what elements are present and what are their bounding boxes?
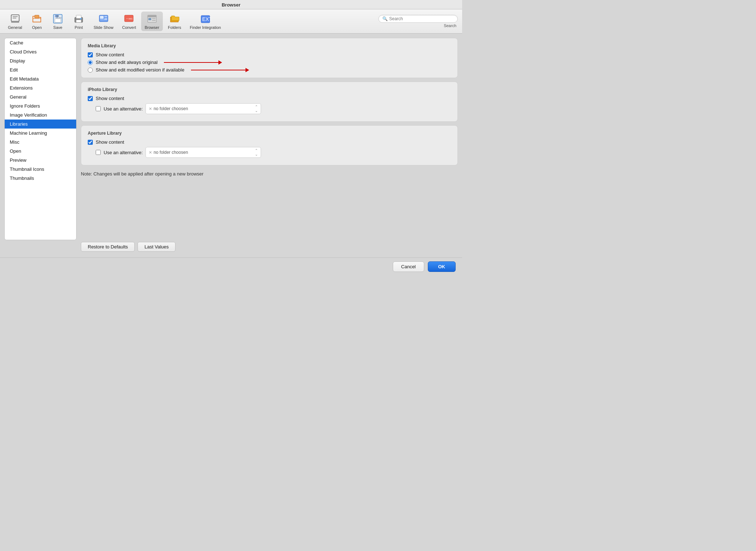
search-input[interactable] (389, 16, 454, 21)
content-panel: Media Library Show content Show and edit… (81, 38, 458, 253)
toolbar-item-folders[interactable]: Folders (164, 12, 185, 31)
aperture-use-alternative-row: Use an alternative: ✕ no folder choosen … (96, 147, 451, 158)
svg-text:IMG: IMG (129, 18, 133, 20)
iphoto-use-alternative-checkbox[interactable] (96, 106, 101, 111)
sidebar-item-thumbnails[interactable]: Thumbnails (5, 174, 76, 183)
sidebar-item-misc[interactable]: Misc (5, 138, 76, 147)
search-label: Search (444, 23, 458, 28)
svg-text:↔: ↔ (126, 17, 129, 20)
iphoto-folder-select[interactable]: ✕ no folder choosen ⌃⌄ (145, 103, 261, 114)
iphoto-folder-placeholder: no folder choosen (153, 106, 188, 111)
iphoto-folder-chevron: ⌃⌄ (255, 105, 258, 113)
toolbar-label-save: Save (53, 25, 62, 30)
aperture-folder-select[interactable]: ✕ no folder choosen ⌃⌄ (145, 147, 261, 158)
aperture-folder-placeholder: no folder choosen (153, 150, 188, 155)
sidebar-item-open[interactable]: Open (5, 147, 76, 156)
toolbar-items: General Open TIFF JPG PNG (4, 12, 378, 31)
toolbar-label-slideshow: Slide Show (94, 25, 113, 30)
toolbar-item-general[interactable]: General (4, 12, 26, 31)
open-icon (31, 13, 43, 25)
toolbar-item-finder[interactable]: EXT Finder Integration (186, 12, 225, 31)
svg-rect-15 (100, 16, 104, 19)
last-values-button[interactable]: Last Values (138, 242, 175, 252)
toolbar-item-browser[interactable]: Browser (141, 12, 163, 31)
footer: Cancel OK (0, 257, 462, 276)
media-library-title: Media Library (88, 43, 451, 48)
aperture-use-alternative-label: Use an alternative: (104, 150, 143, 155)
sidebar-item-libraries[interactable]: Libraries (5, 120, 76, 129)
toolbar-label-finder: Finder Integration (190, 25, 221, 30)
svg-point-13 (80, 18, 82, 19)
restore-defaults-button[interactable]: Restore to Defaults (81, 242, 135, 252)
sidebar-item-machine-learning[interactable]: Machine Learning (5, 129, 76, 138)
media-show-edit-original-label: Show and edit always original (96, 60, 157, 65)
aperture-show-content-label: Show content (96, 139, 124, 145)
svg-rect-17 (104, 18, 107, 19)
sidebar-item-image-verification[interactable]: Image Verification (5, 110, 76, 120)
iphoto-library-title: iPhoto Library (88, 87, 451, 92)
media-show-edit-original-radio[interactable] (88, 60, 93, 65)
sidebar-item-cache[interactable]: Cache (5, 38, 76, 47)
sidebar-item-general[interactable]: General (5, 92, 76, 101)
media-show-edit-modified-radio[interactable] (88, 68, 93, 73)
media-show-content-checkbox[interactable] (88, 52, 93, 57)
sidebar-item-extensions[interactable]: Extensions (5, 83, 76, 92)
toolbar-label-open: Open (32, 25, 42, 30)
sidebar-item-edit-metadata[interactable]: Edit Metadata (5, 74, 76, 83)
media-show-edit-original-row: Show and edit always original (88, 60, 451, 65)
toolbar-label-convert: Convert (122, 25, 136, 30)
media-show-content-row: Show content (88, 52, 451, 57)
iphoto-show-content-checkbox[interactable] (88, 96, 93, 101)
svg-rect-16 (104, 16, 107, 17)
iphoto-show-content-label: Show content (96, 96, 124, 101)
svg-rect-24 (148, 18, 151, 20)
window-title: Browser (222, 2, 240, 8)
toolbar-item-print[interactable]: Print (69, 12, 88, 31)
sidebar-item-ignore-folders[interactable]: Ignore Folders (5, 101, 76, 110)
aperture-folder-x-icon: ✕ (149, 150, 152, 155)
toolbar: General Open TIFF JPG PNG (0, 9, 462, 34)
ok-button[interactable]: OK (428, 261, 456, 272)
aperture-show-content-checkbox[interactable] (88, 140, 93, 145)
aperture-use-alternative-checkbox[interactable] (96, 150, 101, 155)
toolbar-item-slideshow[interactable]: Slide Show (90, 12, 117, 31)
title-bar: Browser (0, 0, 462, 9)
search-input-wrapper[interactable]: 🔍 (378, 15, 458, 23)
toolbar-item-save[interactable]: TIFF JPG PNG Save (48, 12, 68, 31)
print-icon (73, 13, 84, 25)
search-icon: 🔍 (382, 16, 388, 21)
svg-rect-1 (11, 21, 19, 23)
sidebar-item-edit[interactable]: Edit (5, 65, 76, 74)
media-show-edit-modified-label: Show and edit modified version if availa… (96, 67, 184, 73)
sidebar-item-cloud-drives[interactable]: Cloud Drives (5, 47, 76, 56)
svg-text:EXT: EXT (202, 16, 211, 22)
toolbar-item-open[interactable]: Open (27, 12, 47, 31)
toolbar-item-convert[interactable]: ↔ IMG Convert (118, 12, 140, 31)
iphoto-show-content-row: Show content (88, 96, 451, 101)
note-text: Note: Changes will be applied after open… (81, 169, 458, 179)
sidebar-item-display[interactable]: Display (5, 56, 76, 65)
media-show-edit-modified-row: Show and edit modified version if availa… (88, 67, 451, 73)
media-show-content-label: Show content (96, 52, 124, 57)
svg-rect-25 (152, 18, 156, 19)
aperture-library-section: Aperture Library Show content Use an alt… (81, 125, 458, 165)
svg-text:TIFF: TIFF (56, 15, 59, 17)
main-area: Cache Cloud Drives Display Edit Edit Met… (0, 34, 462, 257)
sidebar-item-thumbnail-icons[interactable]: Thumbnail Icons (5, 165, 76, 174)
convert-icon: ↔ IMG (123, 13, 135, 25)
folders-icon (169, 13, 180, 25)
iphoto-library-section: iPhoto Library Show content Use an alter… (81, 82, 458, 122)
aperture-folder-chevron: ⌃⌄ (255, 148, 258, 156)
finder-icon: EXT (200, 13, 211, 25)
svg-rect-12 (76, 20, 81, 22)
svg-text:JPG PNG: JPG PNG (56, 17, 62, 19)
iphoto-use-alternative-label: Use an alternative: (104, 106, 143, 112)
cancel-button[interactable]: Cancel (393, 261, 424, 272)
general-icon (9, 13, 21, 25)
svg-rect-23 (148, 15, 156, 17)
save-icon: TIFF JPG PNG (52, 13, 64, 25)
sidebar: Cache Cloud Drives Display Edit Edit Met… (4, 38, 77, 240)
toolbar-label-general: General (8, 25, 22, 30)
iphoto-use-alternative-row: Use an alternative: ✕ no folder choosen … (96, 103, 451, 114)
sidebar-item-preview[interactable]: Preview (5, 156, 76, 165)
